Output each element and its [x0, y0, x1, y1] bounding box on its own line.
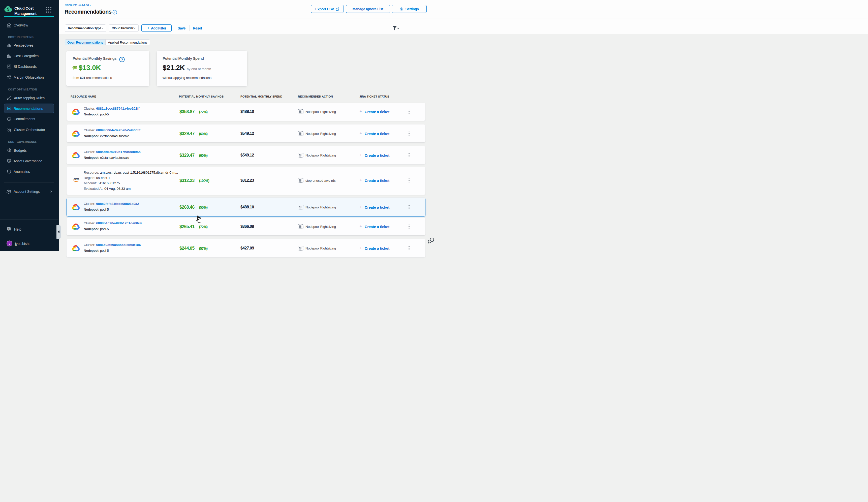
- svg-text:$: $: [9, 149, 10, 151]
- svg-text:?: ?: [8, 228, 10, 230]
- svg-text:$: $: [9, 160, 10, 162]
- svg-text:aws: aws: [74, 177, 79, 181]
- svg-text:?: ?: [121, 58, 123, 62]
- svg-text:$: $: [7, 7, 10, 12]
